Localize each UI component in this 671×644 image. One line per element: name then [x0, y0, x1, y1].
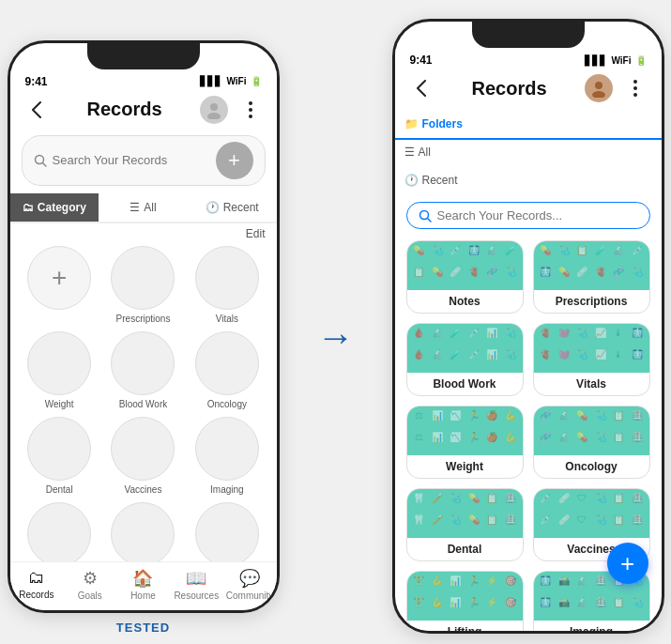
- list-item[interactable]: 🦷🪥🩺💊📋🏥 🦷🪥🩺💊📋🏥 Dental: [406, 488, 524, 561]
- bloodwork-icon: [111, 331, 175, 395]
- community-nav-icon: 💬: [239, 568, 260, 589]
- right-header: Records: [395, 69, 662, 110]
- home-nav-icon: 🏠: [132, 568, 153, 589]
- vitals-banner: 🫀💓🩺📈🌡🩻 🫀💓🩺📈🌡🩻: [534, 324, 649, 373]
- list-item[interactable]: Imaging: [189, 417, 265, 495]
- tab-recent-right[interactable]: 🕐 Recent: [395, 166, 662, 196]
- tab-all-right[interactable]: ☰ All: [395, 138, 662, 168]
- oncology-banner: 🧬🔬💊🩺📋🏥 🧬🔬💊🩺📋🏥: [534, 406, 649, 455]
- status-bar-right: 9:41 ▋▋▋ WiFi 🔋: [395, 48, 662, 69]
- category-label: Prescriptions: [534, 290, 649, 313]
- search-bar-left[interactable]: +: [22, 135, 266, 186]
- dental-banner: 🦷🪥🩺💊📋🏥 🦷🪥🩺💊📋🏥: [407, 489, 523, 538]
- list-item[interactable]: A1C: [189, 502, 265, 561]
- edit-label[interactable]: Edit: [246, 227, 266, 240]
- prescriptions-banner: 💊🩺📋🧪🔬💉 🩻💊🩹🫀🧬🩺: [534, 241, 649, 290]
- header-icons-left: [200, 96, 264, 124]
- list-item[interactable]: 🫀💓🩺📈🌡🩻 🫀💓🩺📈🌡🩻 Vitals: [533, 323, 650, 396]
- grid-label: Weight: [45, 399, 74, 409]
- vitals-icon: [195, 246, 259, 310]
- svg-point-1: [207, 113, 221, 119]
- resources-nav-icon: 📖: [186, 568, 206, 589]
- search-input-right[interactable]: [437, 208, 638, 222]
- svg-point-7: [595, 82, 602, 89]
- more-menu-right[interactable]: [622, 75, 648, 101]
- category-label: Oncology: [534, 455, 649, 478]
- category-label: Lifting: [407, 621, 523, 631]
- add-record-button[interactable]: +: [216, 142, 253, 179]
- category-label: Blood Work: [407, 373, 523, 395]
- nav-resources[interactable]: 📖 Resources: [170, 568, 223, 601]
- wifi-icon-right: WiFi: [611, 55, 631, 66]
- banner-pattern: 🩸🔬🧪💉📊🩺 🩸🔬🧪💉📊🩺: [407, 324, 523, 373]
- search-input-left[interactable]: [53, 153, 210, 167]
- tab-folders[interactable]: 📁 Folders: [395, 110, 662, 140]
- lifting-icon: [27, 502, 91, 561]
- edit-row: Edit: [10, 223, 277, 242]
- left-phone-wrapper: 9:41 ▋▋▋ WiFi 🔋 Records: [8, 40, 280, 635]
- list-item[interactable]: Vitals: [189, 246, 265, 324]
- list-item[interactable]: Prescriptions: [105, 246, 181, 324]
- banner-pattern: 🦷🪥🩺💊📋🏥 🦷🪥🩺💊📋🏥: [407, 489, 523, 538]
- a1c-icon: [195, 502, 259, 561]
- tab-recent-left[interactable]: 🕐 Recent: [188, 193, 277, 222]
- add-category-item[interactable]: +: [22, 246, 98, 324]
- list-item[interactable]: ⚖📊📉🏃🍎💪 ⚖📊📉🏃🍎💪 Weight: [406, 406, 524, 479]
- list-item[interactable]: OBGYN: [105, 502, 181, 561]
- search-icon-left: [34, 154, 47, 167]
- list-item[interactable]: Oncology: [189, 331, 265, 409]
- bloodwork-banner: 🩸🔬🧪💉📊🩺 🩸🔬🧪💉📊🩺: [407, 324, 523, 373]
- folders-icon: 📁: [404, 117, 419, 130]
- list-item[interactable]: Dental: [22, 417, 98, 495]
- avatar-right[interactable]: [585, 74, 613, 102]
- weight-icon: [27, 331, 91, 395]
- nav-records[interactable]: 🗂 Records: [10, 568, 64, 601]
- recent-icon-left: 🕐: [206, 201, 220, 214]
- nav-community[interactable]: 💬 Community: [223, 568, 277, 601]
- add-category-icon: +: [27, 246, 91, 310]
- list-item[interactable]: Lifting Weights: [22, 502, 98, 561]
- fab-add-button[interactable]: +: [607, 543, 648, 584]
- vaccines-banner: 💉🩹🛡🩺📋🏥 💉🩹🛡🩺📋🏥: [534, 489, 649, 538]
- svg-point-8: [592, 91, 605, 98]
- svg-point-4: [249, 115, 252, 118]
- nav-goals[interactable]: ⚙ Goals: [63, 568, 116, 601]
- list-item[interactable]: 🩸🔬🧪💉📊🩺 🩸🔬🧪💉📊🩺 Blood Work: [406, 323, 524, 396]
- nav-home[interactable]: 🏠 Home: [116, 568, 170, 601]
- notch-right: [472, 22, 585, 48]
- header-icons-right: [585, 74, 648, 102]
- battery-icon-right: 🔋: [635, 55, 647, 66]
- right-phone: 9:41 ▋▋▋ WiFi 🔋 Records: [392, 19, 664, 634]
- list-item[interactable]: 💊🩺💉🩻🔬🧪 📋💊🩹🫀🧬🩺 Notes: [406, 240, 524, 314]
- more-menu-left[interactable]: [237, 97, 264, 123]
- banner-pattern: 🧬🔬💊🩺📋🏥 🧬🔬💊🩺📋🏥: [534, 406, 649, 455]
- svg-point-2: [249, 101, 252, 105]
- back-button-left[interactable]: [23, 97, 50, 123]
- avatar-left[interactable]: [200, 96, 228, 124]
- list-item[interactable]: 🧬🔬💊🩺📋🏥 🧬🔬💊🩺📋🏥 Oncology: [533, 406, 650, 479]
- category-label: Weight: [407, 455, 523, 478]
- tab-all-left[interactable]: ☰ All: [99, 193, 188, 222]
- search-bar-right[interactable]: [406, 202, 650, 229]
- banner-pattern: 💉🩹🛡🩺📋🏥 💉🩹🛡🩺📋🏥: [534, 489, 649, 538]
- svg-point-11: [633, 93, 637, 97]
- svg-point-0: [210, 103, 218, 111]
- grid-label: Oncology: [207, 399, 247, 409]
- tab-category[interactable]: 🗂 Category: [10, 193, 99, 222]
- prescriptions-icon: [111, 246, 175, 310]
- obgyn-icon: [111, 502, 175, 561]
- list-item[interactable]: Weight: [22, 331, 98, 409]
- right-phone-wrapper: 9:41 ▋▋▋ WiFi 🔋 Records: [392, 19, 664, 644]
- imaging-icon: [195, 417, 259, 481]
- svg-point-3: [249, 108, 252, 112]
- direction-arrow: →: [317, 316, 355, 359]
- list-item[interactable]: 💊🩺📋🧪🔬💉 🩻💊🩹🫀🧬🩺 Prescriptions: [533, 240, 650, 314]
- list-item[interactable]: Blood Work: [105, 331, 181, 409]
- list-item[interactable]: 🏋💪📊🏃⚡🎯 🏋💪📊🏃⚡🎯 Lifting: [406, 571, 524, 631]
- page-title-right: Records: [471, 78, 546, 100]
- grid-label: Prescriptions: [116, 314, 171, 324]
- back-button-right[interactable]: [408, 75, 435, 101]
- list-item[interactable]: Vaccines: [105, 417, 181, 495]
- weight-banner: ⚖📊📉🏃🍎💪 ⚖📊📉🏃🍎💪: [407, 406, 523, 455]
- wifi-icon: WiFi: [226, 76, 246, 86]
